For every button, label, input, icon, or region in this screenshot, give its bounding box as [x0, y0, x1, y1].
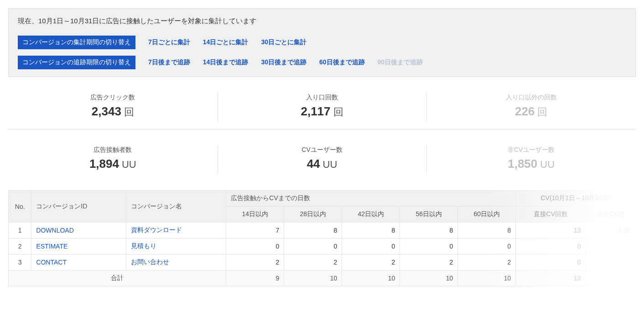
stat-label: CVユーザー数: [218, 146, 427, 154]
cell-day: 0: [284, 238, 342, 254]
cell-cv-total: [586, 270, 636, 286]
cell-day: 0: [226, 238, 284, 254]
th-day-42: 42日以内: [342, 207, 400, 223]
cell-day: 0: [342, 238, 400, 254]
filter-label-period: コンバージョンの集計期間の切り替え: [18, 36, 135, 49]
stat-nonentry-count: 入り口以外の回数 226回: [426, 87, 636, 129]
tracking-option-14d[interactable]: 14日後まで追跡: [203, 58, 249, 67]
cell-day: 2: [284, 254, 342, 270]
cell-cv: 0: [516, 238, 586, 254]
filter-row-period: コンバージョンの集計期間の切り替え 7日ごとに集計 14日ごとに集計 30日ごと…: [18, 36, 626, 49]
table-row-totals: 合計91010101013: [9, 270, 636, 286]
cell-day-total: 10: [284, 270, 342, 286]
th-day-56: 56日以内: [400, 207, 458, 223]
cell-cv-id[interactable]: ESTIMATE: [31, 238, 126, 254]
stat-value: 2,117: [301, 104, 330, 118]
table-row: 3CONTACTお問い合わせ222220: [9, 254, 636, 270]
stat-unit: 回: [124, 106, 134, 118]
filter-label-tracking: コンバージョンの追跡期限の切り替え: [18, 56, 135, 69]
stat-value: 1,850: [508, 157, 537, 171]
cell-day-total: 10: [458, 270, 516, 286]
stat-value: 226: [515, 104, 535, 118]
stat-unit: UU: [323, 159, 338, 170]
cell-cv: 13: [516, 223, 586, 238]
stat-ad-reach: 広告接触者数 1,894UU: [8, 140, 218, 181]
stat-label: 広告接触者数: [8, 146, 218, 154]
tracking-option-60d[interactable]: 60日後まで追跡: [319, 58, 365, 67]
cell-day: 2: [226, 254, 284, 270]
cell-day-total: 9: [226, 270, 284, 286]
th-days-group: 広告接触からCVまでの日数: [226, 191, 516, 207]
stat-label: 入り口回数: [218, 93, 427, 102]
stat-ad-clicks: 広告クリック数 2,343回: [8, 87, 218, 129]
cell-day: 8: [458, 223, 516, 238]
cell-no: 1: [9, 223, 31, 238]
th-cv-direct-sales: 直接CV売: [586, 207, 636, 223]
stats-row-2: 広告接触者数 1,894UU CVユーザー数 44UU 非CVユーザー数 1,8…: [8, 140, 636, 181]
stat-label: 入り口以外の回数: [426, 93, 636, 102]
stat-value: 44: [307, 157, 320, 171]
cell-day: 2: [458, 254, 516, 270]
cell-day-total: 10: [342, 270, 400, 286]
th-day-14: 14日以内: [226, 207, 284, 223]
cell-cv: 0: [516, 254, 586, 270]
th-cv-group: CV(10月1日～10月31日): [516, 191, 636, 207]
period-option-7d[interactable]: 7日ごとに集計: [148, 38, 190, 47]
cell-day: 8: [284, 223, 342, 238]
stat-noncv-users: 非CVユーザー数 1,850UU: [426, 140, 636, 181]
stat-label: 広告クリック数: [8, 93, 218, 102]
cell-no: 2: [9, 238, 31, 254]
table-row: 1DOWNLOAD資料ダウンロード78888131,30: [9, 223, 636, 238]
conversion-table-wrap: No. コンバージョンID コンバージョン名 広告接触からCVまでの日数 CV(…: [8, 190, 636, 286]
cell-day: 2: [400, 254, 458, 270]
table-row: 2ESTIMATE見積もり000000: [9, 238, 636, 254]
cell-cv: [586, 238, 636, 254]
stat-value: 2,343: [92, 104, 121, 118]
stat-label: 非CVユーザー数: [426, 146, 636, 154]
stat-unit: 回: [537, 106, 547, 118]
notice-text: 現在、10月1日～10月31日に広告に接触したユーザーを対象に集計しています: [18, 17, 626, 26]
filter-panel: 現在、10月1日～10月31日に広告に接触したユーザーを対象に集計しています コ…: [8, 8, 636, 77]
tracking-option-30d[interactable]: 30日後まで追跡: [261, 58, 306, 67]
stat-unit: UU: [540, 159, 555, 170]
cell-cv-id[interactable]: CONTACT: [31, 254, 126, 270]
period-option-14d[interactable]: 14日ごとに集計: [203, 38, 249, 47]
th-day-28: 28日以内: [284, 207, 342, 223]
cell-day-total: 10: [400, 270, 458, 286]
cell-cv: [586, 254, 636, 270]
stat-unit: 回: [333, 106, 343, 118]
th-no: No.: [9, 191, 31, 223]
conversion-table: No. コンバージョンID コンバージョン名 広告接触からCVまでの日数 CV(…: [8, 190, 636, 286]
cell-cv-id[interactable]: DOWNLOAD: [31, 223, 126, 238]
stat-value: 1,894: [89, 157, 119, 171]
stats-row-1: 広告クリック数 2,343回 入り口回数 2,117回 入り口以外の回数 226…: [8, 87, 636, 130]
th-cv-name: コンバージョン名: [126, 191, 226, 223]
th-cv-id: コンバージョンID: [31, 191, 126, 223]
cell-cv-name[interactable]: 資料ダウンロード: [126, 223, 226, 238]
cell-day: 0: [458, 238, 516, 254]
stat-unit: UU: [122, 159, 136, 170]
period-option-30d[interactable]: 30日ごとに集計: [261, 38, 306, 47]
cell-day: 8: [400, 223, 458, 238]
cell-totals-label: 合計: [9, 270, 226, 286]
cell-cv-name[interactable]: お問い合わせ: [126, 254, 226, 270]
cell-cv-name[interactable]: 見積もり: [126, 238, 226, 254]
cell-cv: 1,30: [586, 223, 636, 238]
cell-cv-total: 13: [516, 270, 586, 286]
cell-day: 0: [400, 238, 458, 254]
stat-cv-users: CVユーザー数 44UU: [218, 140, 427, 181]
cell-day: 8: [342, 223, 400, 238]
tracking-option-7d[interactable]: 7日後まで追跡: [148, 58, 190, 67]
tracking-option-90d: 90日後まで追跡: [378, 58, 423, 67]
filter-row-tracking: コンバージョンの追跡期限の切り替え 7日後まで追跡 14日後まで追跡 30日後ま…: [18, 56, 626, 69]
stat-entry-count: 入り口回数 2,117回: [218, 87, 427, 129]
th-day-60: 60日以内: [458, 207, 516, 223]
cell-day: 2: [342, 254, 400, 270]
cell-no: 3: [9, 254, 31, 270]
th-cv-direct-count: 直接CV回数: [516, 207, 586, 223]
cell-day: 7: [226, 223, 284, 238]
